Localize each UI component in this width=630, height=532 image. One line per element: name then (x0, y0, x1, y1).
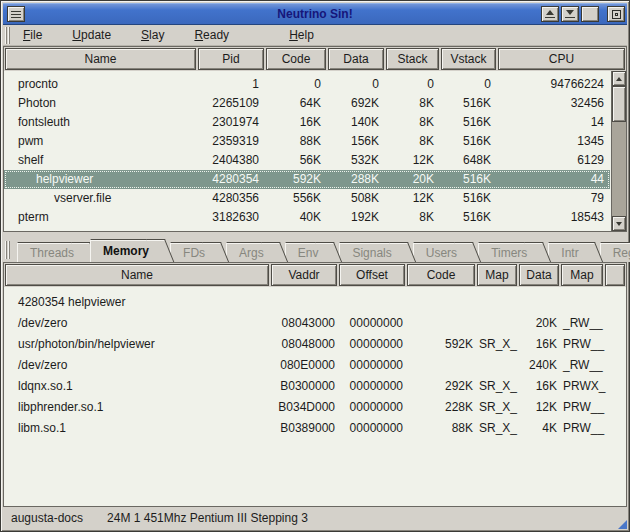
menu-help-label: elp (298, 28, 314, 42)
cell-name: Photon (4, 94, 197, 113)
memory-row-dev-zero-2[interactable]: /dev/zero 080E0000 00000000 240K _RW__ (4, 355, 626, 376)
tab-memory-label: Memory (103, 244, 149, 258)
column-header-name[interactable]: Name (5, 264, 269, 286)
window-menu-button[interactable] (7, 6, 25, 22)
cell-vstack: 648K (440, 151, 497, 170)
tab-timers[interactable]: Timers (478, 242, 533, 262)
scroll-up-button[interactable] (612, 71, 626, 86)
column-header-data-map[interactable]: Map (561, 264, 603, 286)
column-header-data[interactable]: Data (519, 264, 559, 286)
memory-row-process-title[interactable]: 4280354 helpviewer (4, 292, 626, 313)
menu-file-label: ile (30, 28, 42, 42)
cell-offset: 00000000 (338, 397, 406, 418)
tab-args[interactable]: Args (226, 242, 270, 262)
cell-stack: 8K (385, 132, 440, 151)
close-button[interactable] (607, 6, 625, 22)
menu-slay-label: lay (149, 28, 164, 42)
cell-code: 592K (406, 334, 476, 355)
cell-cpu: 44 (497, 170, 610, 189)
tab-threads-label: Threads (30, 246, 74, 260)
tab-fds[interactable]: FDs (170, 242, 211, 262)
scrollbar-track[interactable] (612, 122, 626, 216)
resize-grip[interactable] (618, 520, 627, 529)
process-row-shelf[interactable]: shelf 2404380 56K 532K 12K 648K 6129 (4, 151, 610, 170)
cell-data-map: _RW__ (560, 313, 604, 334)
menubar-grip[interactable] (5, 27, 11, 44)
menu-help[interactable]: Help (285, 26, 318, 44)
cell-vstack: 0 (440, 75, 497, 94)
process-row-photon[interactable]: Photon 2265109 64K 692K 8K 516K 32456 (4, 94, 610, 113)
column-header-vstack[interactable]: Vstack (441, 48, 496, 70)
tab-threads[interactable]: Threads (17, 242, 80, 262)
cell-cpu: 79 (497, 189, 610, 208)
tab-memory[interactable]: Memory (90, 239, 155, 262)
process-row-pwm[interactable]: pwm 2359319 88K 156K 8K 516K 1345 (4, 132, 610, 151)
column-header-offset[interactable]: Offset (339, 264, 405, 286)
tab-registers[interactable]: Registers (600, 242, 630, 262)
cell-name: pwm (4, 132, 197, 151)
process-row-helpviewer-selected[interactable]: helpviewer 4280354 592K 288K 20K 516K 44 (4, 170, 610, 189)
process-row-procnto[interactable]: procnto 1 0 0 0 0 94766224 (4, 75, 610, 94)
menu-update-mnemonic: U (72, 28, 81, 42)
column-header-code-map[interactable]: Map (477, 264, 517, 286)
tab-intr[interactable]: Intr (548, 242, 584, 262)
cell-vstack: 516K (440, 94, 497, 113)
column-header-code[interactable]: Code (266, 48, 326, 70)
process-table-body: procnto 1 0 0 0 0 94766224 Photon 226510… (4, 71, 626, 231)
tab-args-label: Args (239, 246, 264, 260)
restore-bar-icon (565, 17, 575, 18)
column-header-name[interactable]: Name (5, 48, 196, 70)
memory-table: Name Vaddr Offset Code Map Data Map 4280… (3, 262, 627, 507)
collapse-button[interactable] (541, 6, 559, 22)
scroll-down-button[interactable] (612, 216, 626, 231)
cell-name: usr/photon/bin/helpviewer (4, 334, 270, 355)
tabbar-grip[interactable] (5, 241, 11, 259)
memory-row-dev-zero-1[interactable]: /dev/zero 08043000 00000000 20K _RW__ (4, 313, 626, 334)
tab-env[interactable]: Env (285, 242, 325, 262)
process-row-vserver-file[interactable]: vserver.file 4280356 556K 508K 12K 516K … (4, 189, 610, 208)
column-header-code[interactable]: Code (407, 264, 475, 286)
process-row-pterm[interactable]: pterm 3182630 40K 192K 8K 516K 18543 (4, 208, 610, 227)
cell-stub (604, 397, 626, 418)
column-header-stack[interactable]: Stack (386, 48, 439, 70)
cell-cpu: 18543 (497, 208, 610, 227)
cell-stub (604, 313, 626, 334)
cell-data: 16K (518, 334, 560, 355)
column-header-pid[interactable]: Pid (198, 48, 264, 70)
column-header-vaddr[interactable]: Vaddr (271, 264, 337, 286)
memory-row-helpviewer-bin[interactable]: usr/photon/bin/helpviewer 08048000 00000… (4, 334, 626, 355)
cell-data: 16K (518, 376, 560, 397)
restore-button[interactable] (561, 6, 579, 22)
cell-data: 12K (518, 397, 560, 418)
process-row-fontsleuth[interactable]: fontsleuth 2301974 16K 140K 8K 516K 14 (4, 113, 610, 132)
memory-row-libphrender[interactable]: libphrender.so.1 B034D000 00000000 228K … (4, 397, 626, 418)
cell-data: 508K (327, 189, 385, 208)
tab-users[interactable]: Users (413, 242, 463, 262)
tab-registers-label: Registers (613, 246, 630, 260)
close-icon (612, 10, 621, 19)
column-header-stub[interactable] (605, 264, 625, 286)
column-header-cpu[interactable]: CPU (498, 48, 625, 70)
menu-slay[interactable]: Slay (137, 26, 168, 44)
tab-signals[interactable]: Signals (339, 242, 397, 262)
column-header-data[interactable]: Data (328, 48, 384, 70)
cell-name: procnto (4, 75, 197, 94)
cell-code (406, 292, 476, 313)
cell-vaddr: 080E0000 (270, 355, 338, 376)
memory-row-ldqnx[interactable]: ldqnx.so.1 B0300000 00000000 292K SR_X_ … (4, 376, 626, 397)
menu-ready[interactable]: Ready (190, 26, 233, 44)
memory-row-libm[interactable]: libm.so.1 B0389000 00000000 88K SR_X_ 4K… (4, 418, 626, 439)
cell-code-map: SR_X_ (476, 376, 518, 397)
close-icon-inner (615, 13, 618, 16)
cell-stub (604, 376, 626, 397)
status-bar: augusta-docs 24M 1 451Mhz Pentium III St… (3, 507, 627, 529)
process-table-scrollbar[interactable] (611, 71, 626, 231)
menu-file[interactable]: File (19, 26, 46, 44)
cell-code: 16K (265, 113, 327, 132)
arrow-down-icon (616, 222, 622, 226)
cell-stub (604, 418, 626, 439)
menu-update[interactable]: Update (68, 26, 115, 44)
scrollbar-thumb[interactable] (612, 86, 626, 122)
maximize-button[interactable] (581, 6, 599, 22)
menu-update-label: pdate (81, 28, 111, 42)
